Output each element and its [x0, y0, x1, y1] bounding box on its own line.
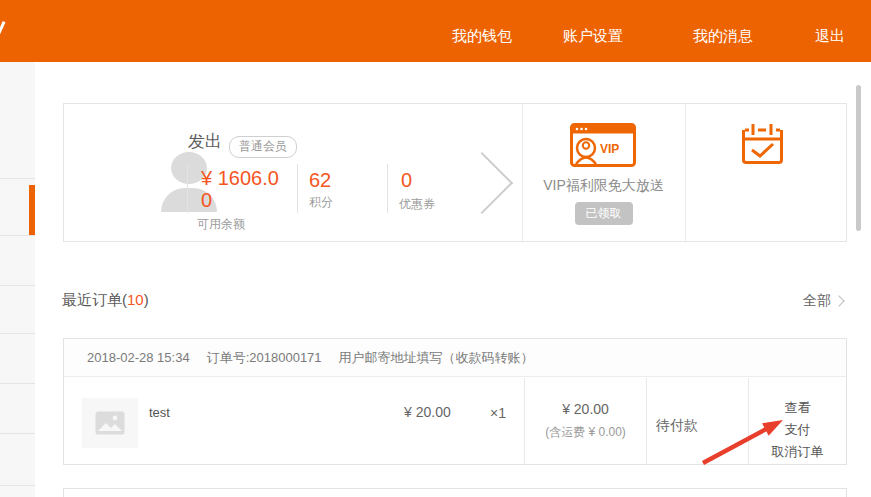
claimed-button-wrap: 已领取 — [522, 202, 685, 225]
item-thumbnail[interactable] — [82, 398, 138, 448]
vip-promo-title: VIP福利限免大放送 — [522, 177, 685, 195]
sidebar-divider — [0, 235, 35, 236]
stat-divider — [187, 164, 188, 213]
calendar-check-icon[interactable] — [739, 123, 786, 167]
order-number: 订单号:2018000171 — [207, 349, 322, 367]
order-total-amount: ¥ 20.00 — [562, 401, 609, 417]
sidebar-divider — [0, 383, 35, 384]
nav-my-messages[interactable]: 我的消息 — [693, 27, 753, 46]
balance-value: ¥ 1606.00 — [201, 167, 287, 211]
order-total-cell: ¥ 20.00 (含运费 ¥ 0.00) — [525, 378, 646, 464]
recent-orders-prefix: 最近订单( — [62, 291, 127, 308]
balance-label: 可用余额 — [197, 216, 245, 233]
sidebar-active-indicator[interactable] — [29, 185, 35, 235]
cancel-order-link[interactable]: 取消订单 — [748, 441, 847, 462]
pay-order-link[interactable]: 支付 — [748, 419, 847, 440]
sidebar-divider — [0, 485, 35, 486]
account-page: 我的钱包 账户设置 我的消息 退出 发出 普通会员 ¥ 1606.00 可用余额… — [0, 0, 871, 497]
stat-divider — [387, 164, 388, 213]
shipping-note: (含运费 ¥ 0.00) — [545, 424, 626, 441]
stat-divider — [297, 164, 298, 213]
view-all-link[interactable]: 全部 — [803, 292, 831, 310]
item-name[interactable]: test — [149, 405, 170, 420]
sidebar-divider — [0, 178, 35, 179]
order-status: 待付款 — [656, 417, 698, 435]
order-datetime: 2018-02-28 15:34 — [87, 350, 190, 365]
nav-logout[interactable]: 退出 — [815, 27, 845, 46]
order-header-row: 2018-02-28 15:34 订单号:2018000171 用户邮寄地址填写… — [64, 339, 846, 377]
points-label: 积分 — [309, 194, 333, 211]
vip-browser-search-icon: VIP — [570, 123, 636, 167]
logo-fragment — [0, 21, 6, 34]
order-card: 2018-02-28 15:34 订单号:2018000171 用户邮寄地址填写… — [63, 338, 847, 465]
nav-account-settings[interactable]: 账户设置 — [563, 27, 623, 46]
points-value: 62 — [309, 169, 331, 191]
nav-my-wallet[interactable]: 我的钱包 — [452, 27, 512, 46]
chevron-right-icon — [833, 295, 844, 306]
user-summary-card: 发出 普通会员 ¥ 1606.00 可用余额 62 积分 0 优惠券 VIP V… — [63, 103, 847, 242]
chevron-right-icon[interactable] — [451, 152, 513, 214]
sidebar-divider — [0, 333, 35, 334]
cell-divider — [646, 378, 647, 464]
order-address-note: 用户邮寄地址填写（收款码转账） — [339, 349, 534, 367]
section-divider — [685, 104, 686, 241]
item-price: ¥ 20.00 — [404, 404, 451, 420]
username: 发出 — [188, 130, 222, 153]
scrollbar-thumb[interactable] — [856, 85, 861, 231]
top-navbar: 我的钱包 账户设置 我的消息 退出 — [0, 0, 871, 62]
next-order-card-partial — [63, 488, 847, 497]
svg-text:VIP: VIP — [600, 142, 619, 156]
item-quantity: ×1 — [490, 405, 506, 421]
sidebar-divider — [0, 285, 35, 286]
claimed-button[interactable]: 已领取 — [575, 202, 633, 225]
recent-orders-count: 10 — [127, 291, 144, 308]
recent-orders-title: 最近订单(10) — [62, 291, 149, 310]
view-order-link[interactable]: 查看 — [748, 397, 847, 418]
recent-orders-suffix: ) — [144, 291, 149, 308]
sidebar — [0, 62, 35, 497]
sidebar-divider — [0, 433, 35, 434]
coupons-label: 优惠券 — [399, 196, 435, 213]
coupons-value: 0 — [401, 169, 412, 191]
member-level-badge: 普通会员 — [229, 136, 297, 158]
image-placeholder-icon — [95, 411, 125, 435]
order-actions: 查看 支付 取消订单 — [748, 397, 847, 463]
